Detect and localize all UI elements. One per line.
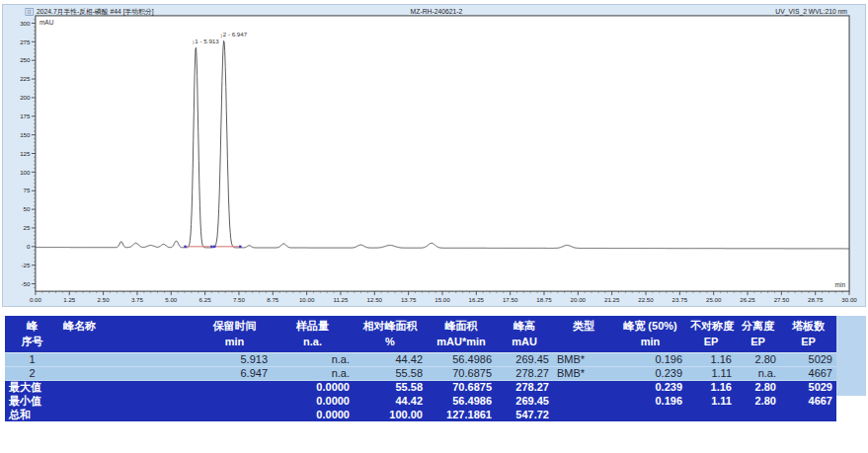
column-header-rel_area: 相对峰面积% [354, 316, 427, 352]
cell-amount: n.a. [272, 366, 354, 380]
cell-type [553, 408, 614, 421]
x-axis-unit-label: min [835, 281, 846, 288]
cell-resolution: 2.80 [736, 394, 780, 408]
cell-rel_area: 44.42 [354, 394, 427, 408]
column-header-no: 峰序号 [5, 316, 59, 352]
x-tick-label: 8.75 [267, 296, 279, 303]
cell-plates: 4667 [780, 394, 836, 408]
cell-rel_area: 44.42 [354, 352, 427, 366]
x-tick-label: 0.00 [30, 296, 42, 303]
chromatogram-title: 2024.7月手性-反相-磷酸 #44 [手动积分] [37, 8, 154, 16]
cell-resolution: 2.80 [736, 380, 780, 394]
summary-row: 最大值0.000055.5870.6875278.270.2391.162.80… [5, 380, 836, 394]
column-header-asymmetry: 不对称度EP [686, 316, 736, 352]
cell-width50: 0.239 [614, 380, 686, 394]
x-tick-label: 26.25 [740, 296, 755, 303]
cell-height: 547.72 [496, 408, 553, 421]
cell-area: 56.4986 [427, 352, 496, 366]
peak-row[interactable]: 15.913n.a.44.4256.4986269.45BMB*0.1961.1… [5, 352, 836, 366]
cell-amount: 0.0000 [272, 408, 354, 421]
cell-asymmetry: 1.16 [686, 352, 736, 366]
cell-area: 56.4986 [427, 394, 496, 408]
cell-rel_area: 55.58 [354, 366, 427, 380]
column-header-name: 峰名称 [59, 316, 197, 352]
cell-asymmetry: 1.11 [686, 366, 736, 380]
cell-no: 1 [5, 352, 59, 366]
integration-marker [184, 246, 186, 248]
y-tick-label: 200 [20, 94, 31, 101]
column-header-area: 峰面积mAU*min [427, 316, 496, 352]
summary-row: 总和0.0000100.00127.1861547.72 [5, 408, 836, 421]
y-tick-label: 225 [20, 75, 31, 82]
summary-label: 最大值 [5, 380, 197, 394]
y-tick-label: 125 [20, 150, 31, 157]
x-tick-label: 11.25 [333, 296, 349, 303]
peak-row[interactable]: 26.947n.a.55.5870.6875278.27BMB*0.2391.1… [5, 366, 836, 380]
cell-area: 70.6875 [427, 380, 496, 394]
cell-resolution: n.a. [736, 366, 780, 380]
column-header-width50: 峰宽 (50%)min [614, 316, 686, 352]
y-tick-label: 275 [20, 38, 31, 45]
column-header-rt: 保留时间min [197, 316, 272, 352]
detector-channel: UV_VIS_2 WVL:210 nm [775, 8, 847, 16]
y-axis-unit-label: mAU [39, 19, 54, 26]
x-tick-label: 12.50 [367, 296, 383, 303]
cell-asymmetry [686, 408, 736, 421]
cell-area: 127.1861 [427, 408, 496, 421]
cell-plates: 5029 [780, 380, 836, 394]
cell-amount: n.a. [272, 352, 354, 366]
integration-marker [210, 246, 212, 248]
cell-type: BMB* [553, 366, 614, 380]
plot-area[interactable] [36, 16, 849, 291]
x-tick-label: 25.00 [706, 296, 722, 303]
cell-amount: 0.0000 [272, 394, 354, 408]
integration-marker [239, 246, 241, 248]
x-tick-label: 5.00 [165, 296, 178, 303]
cell-width50: 0.239 [614, 366, 686, 380]
x-tick-label: 17.50 [503, 296, 518, 303]
cell-height: 269.45 [496, 394, 553, 408]
x-tick-label: 6.25 [199, 296, 212, 303]
x-tick-label: 23.75 [672, 296, 688, 303]
cell-width50: 0.196 [614, 394, 686, 408]
sample-name: MZ-RH-240621-2 [411, 8, 463, 15]
cell-asymmetry: 1.16 [686, 380, 736, 394]
table-body: 15.913n.a.44.4256.4986269.45BMB*0.1961.1… [5, 352, 836, 421]
x-tick-label: 20.00 [571, 296, 587, 303]
column-header-type: 类型 [553, 316, 614, 352]
cell-resolution [736, 408, 780, 421]
cell-rt [197, 394, 272, 408]
summary-label: 最小值 [5, 394, 197, 408]
x-tick-label: 3.75 [131, 296, 144, 303]
cell-height: 269.45 [496, 352, 553, 366]
summary-label: 总和 [5, 408, 197, 421]
x-tick-label: 28.75 [808, 296, 824, 303]
column-header-resolution: 分离度EP [736, 316, 780, 352]
column-header-height: 峰高mAU [496, 316, 553, 352]
cell-resolution: 2.80 [736, 352, 780, 366]
cell-rel_area: 100.00 [354, 408, 427, 421]
table-right-margin [836, 316, 866, 396]
cell-rt [197, 408, 272, 421]
y-tick-label: 0 [27, 243, 31, 250]
x-tick-label: 27.50 [774, 296, 790, 303]
peak-results-table: 峰序号峰名称 保留时间min样品量n.a.相对峰面积%峰面积mAU*min峰高m… [5, 316, 836, 421]
x-tick-label: 22.50 [638, 296, 654, 303]
cell-height: 278.27 [496, 380, 553, 394]
cell-rt: 5.913 [197, 352, 272, 366]
summary-row: 最小值0.000044.4256.4986269.450.1961.112.80… [5, 394, 836, 408]
y-tick-label: 300 [20, 20, 31, 27]
cell-rel_area: 55.58 [354, 380, 427, 394]
x-tick-label: 16.25 [469, 296, 485, 303]
x-tick-label: 7.50 [233, 296, 246, 303]
cell-rt [197, 380, 272, 394]
x-tick-label: 13.75 [401, 296, 417, 303]
peak-label: 1 - 5.913 [195, 38, 219, 44]
cell-asymmetry: 1.11 [686, 394, 736, 408]
cell-width50 [614, 408, 686, 421]
x-tick-label: 18.75 [536, 296, 552, 303]
cell-type [553, 380, 614, 394]
y-tick-label: 175 [20, 113, 31, 119]
y-tick-label: 100 [20, 169, 31, 176]
x-tick-label: 30.00 [841, 296, 857, 303]
